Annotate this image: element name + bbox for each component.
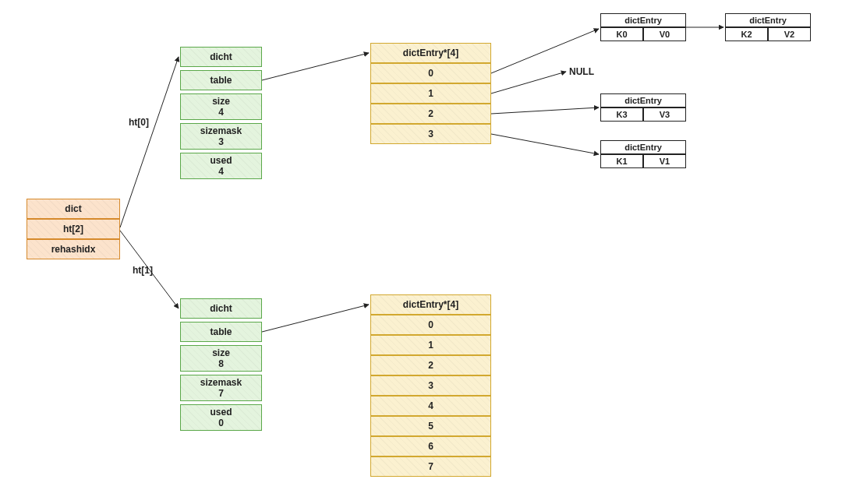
table0-slot-1: 1 bbox=[370, 83, 491, 104]
ht0-title: dicht bbox=[180, 47, 262, 67]
table0-slot-0: 0 bbox=[370, 63, 491, 83]
ht1-field-used: used0 bbox=[180, 404, 262, 431]
edge-label-ht1: ht[1] bbox=[133, 265, 153, 276]
dict-field-rehashidx: rehashidx bbox=[27, 239, 120, 259]
table0-slot-2: 2 bbox=[370, 104, 491, 124]
entry-k3v3-title: dictEntry bbox=[600, 93, 686, 107]
svg-line-2 bbox=[262, 53, 369, 80]
entry-k3v3-key: K3 bbox=[600, 107, 643, 122]
edge-label-ht0: ht[0] bbox=[129, 117, 149, 128]
table1-slot-1: 1 bbox=[370, 335, 491, 355]
svg-line-6 bbox=[491, 72, 566, 93]
entry-k0v0-key: K0 bbox=[600, 27, 643, 41]
ht0-field-used: used4 bbox=[180, 153, 262, 179]
ht1-field-table: table bbox=[180, 322, 262, 342]
table0-header: dictEntry*[4] bbox=[370, 43, 491, 63]
entry-k2v2-val: V2 bbox=[768, 27, 811, 41]
entry-k1v1-title: dictEntry bbox=[600, 140, 686, 154]
ht1-title: dicht bbox=[180, 298, 262, 319]
entry-k0v0-title: dictEntry bbox=[600, 13, 686, 27]
svg-line-8 bbox=[491, 134, 599, 154]
svg-line-3 bbox=[262, 305, 369, 332]
null-label: NULL bbox=[569, 66, 594, 77]
table0-slot-3: 3 bbox=[370, 124, 491, 144]
ht0-field-table: table bbox=[180, 70, 262, 90]
table1-slot-6: 6 bbox=[370, 436, 491, 456]
svg-line-0 bbox=[120, 57, 179, 227]
table1-slot-0: 0 bbox=[370, 315, 491, 335]
entry-k2v2-key: K2 bbox=[725, 27, 768, 41]
entry-k1v1-val: V1 bbox=[643, 154, 686, 168]
table1-slot-7: 7 bbox=[370, 456, 491, 477]
entry-k0v0-val: V0 bbox=[643, 27, 686, 41]
ht0-field-size: size4 bbox=[180, 93, 262, 120]
entry-k1v1-key: K1 bbox=[600, 154, 643, 168]
ht1-field-sizemask: sizemask7 bbox=[180, 375, 262, 401]
table1-header: dictEntry*[4] bbox=[370, 294, 491, 315]
ht1-field-size: size8 bbox=[180, 345, 262, 372]
table1-slot-3: 3 bbox=[370, 375, 491, 396]
svg-line-7 bbox=[491, 107, 599, 114]
table1-slot-5: 5 bbox=[370, 416, 491, 436]
dict-field-ht: ht[2] bbox=[27, 219, 120, 239]
table1-slot-4: 4 bbox=[370, 396, 491, 416]
entry-k2v2-title: dictEntry bbox=[725, 13, 811, 27]
dict-title: dict bbox=[27, 199, 120, 219]
table1-slot-2: 2 bbox=[370, 355, 491, 375]
ht0-field-sizemask: sizemask3 bbox=[180, 123, 262, 150]
entry-k3v3-val: V3 bbox=[643, 107, 686, 122]
